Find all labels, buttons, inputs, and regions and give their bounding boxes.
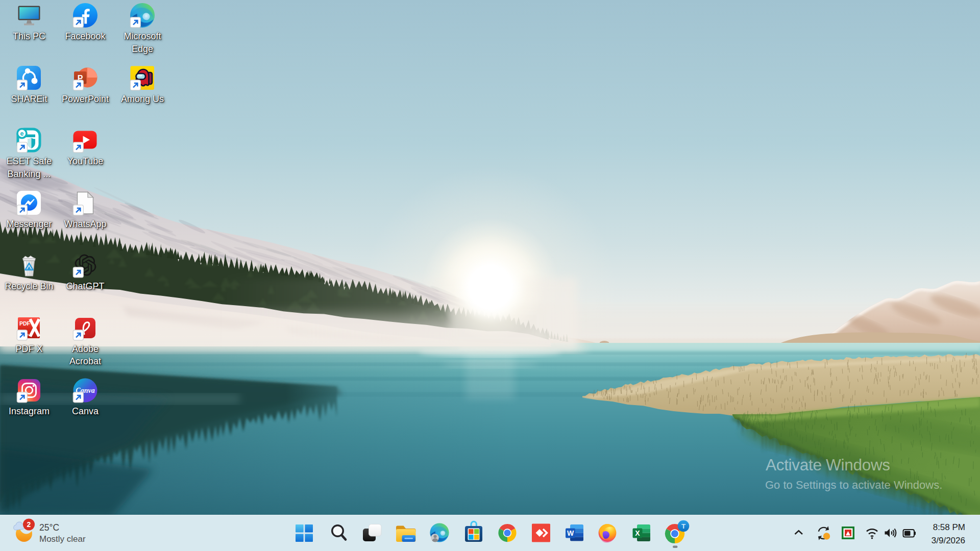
svg-text:W: W: [567, 529, 574, 537]
svg-text:PDF: PDF: [19, 320, 31, 327]
svg-text:2: 2: [27, 520, 31, 529]
svg-text:T: T: [681, 522, 686, 530]
svg-text:X: X: [635, 529, 640, 537]
svg-text:e: e: [20, 130, 24, 137]
